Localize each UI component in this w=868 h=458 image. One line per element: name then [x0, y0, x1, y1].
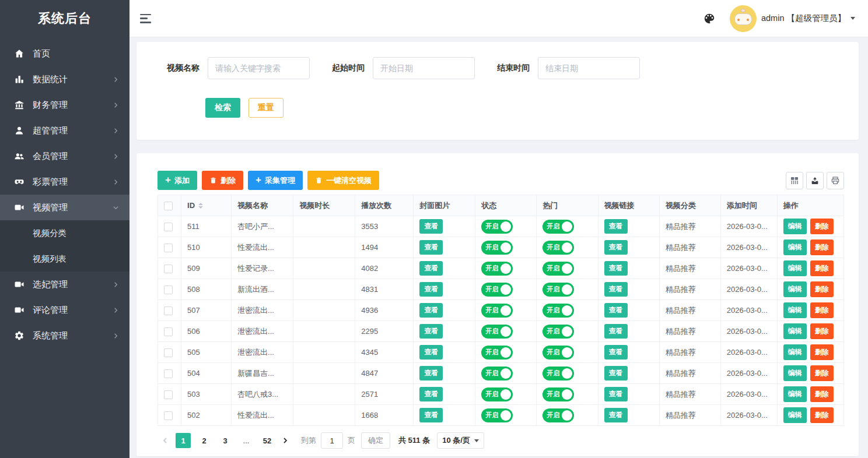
row-checkbox[interactable]: [164, 390, 173, 399]
jump-confirm-button[interactable]: 确定: [361, 432, 390, 449]
row-checkbox[interactable]: [164, 306, 173, 315]
sidebar-item-lottery[interactable]: 彩票管理: [0, 169, 130, 195]
select-all-checkbox[interactable]: [164, 202, 173, 210]
print-icon[interactable]: [827, 172, 844, 189]
theme-palette-icon[interactable]: [702, 11, 717, 26]
cover-view-badge[interactable]: 查看: [419, 387, 443, 401]
row-checkbox[interactable]: [164, 369, 173, 378]
hot-toggle[interactable]: 开启: [542, 346, 574, 360]
collect-manage-button[interactable]: + 采集管理: [248, 171, 303, 190]
status-toggle[interactable]: 开启: [481, 304, 513, 318]
delete-button[interactable]: 删除: [202, 171, 243, 190]
delete-row-button[interactable]: 删除: [810, 344, 834, 360]
sidebar-item-video[interactable]: 视频管理: [0, 195, 130, 220]
search-button[interactable]: 检索: [205, 98, 240, 118]
edit-button[interactable]: 编辑: [783, 407, 807, 423]
link-view-badge[interactable]: 查看: [604, 366, 628, 381]
reset-button[interactable]: 重置: [249, 98, 284, 118]
hot-toggle[interactable]: 开启: [542, 262, 574, 276]
sidebar-item-members[interactable]: 会员管理: [0, 143, 130, 169]
link-view-badge[interactable]: 查看: [604, 261, 628, 276]
cover-view-badge[interactable]: 查看: [419, 408, 443, 422]
row-checkbox[interactable]: [164, 265, 173, 273]
sidebar-subitem-video-list[interactable]: 视频列表: [0, 246, 130, 272]
link-view-badge[interactable]: 查看: [604, 303, 628, 318]
cover-view-badge[interactable]: 查看: [419, 261, 443, 276]
menu-icon[interactable]: [140, 14, 152, 23]
link-view-badge[interactable]: 查看: [604, 240, 628, 255]
hot-toggle[interactable]: 开启: [542, 283, 574, 297]
edit-button[interactable]: 编辑: [783, 281, 807, 297]
delete-row-button[interactable]: 删除: [810, 239, 834, 255]
sort-icon[interactable]: [198, 203, 203, 209]
end-date-input[interactable]: [538, 57, 640, 79]
cover-view-badge[interactable]: 查看: [419, 303, 443, 318]
cover-view-badge[interactable]: 查看: [419, 282, 443, 297]
start-date-input[interactable]: [373, 57, 475, 79]
status-toggle[interactable]: 开启: [481, 408, 513, 422]
delete-row-button[interactable]: 删除: [810, 219, 834, 234]
delete-row-button[interactable]: 删除: [810, 407, 834, 423]
row-checkbox[interactable]: [164, 348, 173, 357]
link-view-badge[interactable]: 查看: [604, 324, 628, 339]
cover-view-badge[interactable]: 查看: [419, 366, 443, 381]
sidebar-item-home[interactable]: 首页: [0, 41, 130, 66]
edit-button[interactable]: 编辑: [783, 239, 807, 255]
link-view-badge[interactable]: 查看: [604, 282, 628, 297]
link-view-badge[interactable]: 查看: [604, 408, 628, 422]
hot-toggle[interactable]: 开启: [542, 408, 574, 422]
status-toggle[interactable]: 开启: [481, 262, 513, 276]
prev-page-icon[interactable]: [158, 433, 173, 448]
status-toggle[interactable]: 开启: [481, 367, 513, 381]
cover-view-badge[interactable]: 查看: [419, 240, 443, 255]
status-toggle[interactable]: 开启: [481, 325, 513, 339]
edit-button[interactable]: 编辑: [783, 260, 807, 276]
row-checkbox[interactable]: [164, 327, 173, 336]
keyword-input[interactable]: [208, 57, 310, 79]
add-button[interactable]: + 添加: [158, 171, 197, 190]
clear-all-videos-button[interactable]: 一键清空视频: [307, 171, 379, 190]
edit-button[interactable]: 编辑: [783, 323, 807, 339]
hot-toggle[interactable]: 开启: [542, 367, 574, 381]
cover-view-badge[interactable]: 查看: [419, 324, 443, 339]
status-toggle[interactable]: 开启: [481, 220, 513, 234]
status-toggle[interactable]: 开启: [481, 387, 513, 401]
link-view-badge[interactable]: 查看: [604, 387, 628, 401]
page-button[interactable]: 3: [218, 433, 233, 448]
link-view-badge[interactable]: 查看: [604, 345, 628, 360]
hot-toggle[interactable]: 开启: [542, 387, 574, 401]
sidebar-item-finance[interactable]: 财务管理: [0, 92, 130, 118]
page-button[interactable]: 1: [176, 433, 191, 448]
page-button[interactable]: 2: [197, 433, 212, 448]
page-button[interactable]: 52: [260, 433, 275, 448]
hot-toggle[interactable]: 开启: [542, 220, 574, 234]
sidebar-item-stats[interactable]: 数据统计: [0, 66, 130, 92]
delete-row-button[interactable]: 删除: [810, 302, 834, 318]
delete-row-button[interactable]: 删除: [810, 365, 834, 381]
cover-view-badge[interactable]: 查看: [419, 219, 443, 234]
row-checkbox[interactable]: [164, 286, 173, 294]
status-toggle[interactable]: 开启: [481, 346, 513, 360]
row-checkbox[interactable]: [164, 411, 173, 420]
export-icon[interactable]: [806, 172, 824, 189]
sidebar-item-superadmin[interactable]: 超管管理: [0, 118, 130, 143]
edit-button[interactable]: 编辑: [783, 219, 807, 234]
edit-button[interactable]: 编辑: [783, 386, 807, 402]
edit-button[interactable]: 编辑: [783, 344, 807, 360]
delete-row-button[interactable]: 删除: [810, 323, 834, 339]
hot-toggle[interactable]: 开启: [542, 241, 574, 255]
hot-toggle[interactable]: 开启: [542, 325, 574, 339]
columns-icon[interactable]: [786, 172, 803, 189]
delete-row-button[interactable]: 删除: [810, 386, 834, 402]
hot-toggle[interactable]: 开启: [542, 304, 574, 318]
row-checkbox[interactable]: [164, 223, 173, 231]
jump-page-input[interactable]: [321, 432, 343, 449]
status-toggle[interactable]: 开启: [481, 241, 513, 255]
admin-menu[interactable]: admin 【超级管理员】: [725, 5, 855, 32]
next-page-icon[interactable]: [278, 433, 293, 448]
sidebar-item-concubine[interactable]: 选妃管理: [0, 272, 130, 297]
row-checkbox[interactable]: [164, 244, 173, 252]
status-toggle[interactable]: 开启: [481, 283, 513, 297]
cover-view-badge[interactable]: 查看: [419, 345, 443, 360]
sidebar-item-comments[interactable]: 评论管理: [0, 297, 130, 323]
